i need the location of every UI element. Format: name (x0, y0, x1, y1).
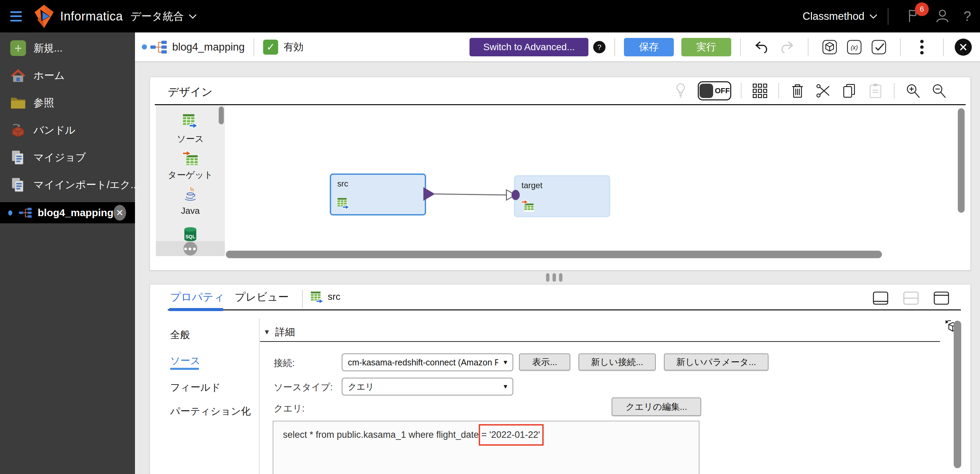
sidebar-open-tab-blog4-mapping[interactable]: blog4_mapping ✕ (0, 202, 135, 224)
plus-icon: + (10, 40, 26, 56)
panel-layout-split-icon[interactable] (903, 291, 919, 306)
notifications-button[interactable]: 6 (908, 8, 921, 25)
advanced-help-badge[interactable]: ? (593, 41, 606, 53)
scissors-icon (816, 83, 831, 99)
close-asset-button[interactable] (955, 39, 972, 55)
canvas-horizontal-scrollbar[interactable] (226, 250, 882, 258)
query-label: クエリ: (274, 402, 304, 415)
properties-scrollbar[interactable] (954, 321, 961, 468)
divider (302, 290, 303, 308)
connector-link[interactable] (150, 77, 970, 270)
source-type-select[interactable]: クエリ ▼ (342, 378, 513, 395)
props-menu-partitioning[interactable]: パーティション化 (170, 405, 251, 419)
panel-layout-top-icon[interactable] (933, 291, 950, 306)
sidebar-item-my-import-export[interactable]: マイインポート/エク... (0, 173, 135, 197)
tab-preview[interactable]: プレビュー (235, 290, 289, 304)
palette-item-source[interactable]: ソース (156, 111, 225, 147)
props-menu-fields[interactable]: フィールド (170, 381, 221, 395)
user-button[interactable] (935, 8, 950, 25)
connection-select[interactable]: cm-kasama-redshift-connect (Amazon Re...… (342, 354, 513, 371)
hamburger-menu-icon[interactable] (10, 11, 22, 22)
clipboard-paste-icon (869, 83, 882, 99)
close-tab-button[interactable]: ✕ (113, 205, 126, 220)
documents-icon (10, 177, 26, 193)
more-transformations-button[interactable]: ●●● (183, 242, 197, 255)
unsaved-dot-icon (142, 44, 147, 49)
design-divider-line (155, 104, 966, 105)
divider (740, 38, 741, 56)
query-highlight-wrap: = '2022-01-22' (482, 430, 540, 440)
divider (778, 83, 779, 99)
palette-scrollbar[interactable] (219, 106, 224, 124)
panel-splitter-handle[interactable] (546, 273, 562, 282)
section-divider-line (260, 341, 940, 342)
data-preview-button[interactable] (822, 39, 837, 55)
collapse-caret-icon[interactable]: ▼ (264, 328, 270, 336)
zoom-out-button[interactable] (931, 82, 947, 99)
more-actions-button[interactable] (914, 39, 930, 55)
java-icon (182, 187, 199, 203)
props-menu-general[interactable]: 全般 (170, 328, 190, 342)
cube-box-icon (822, 39, 837, 55)
trash-icon (791, 83, 804, 99)
undo-button[interactable] (754, 39, 770, 55)
props-menu-source[interactable]: ソース (170, 354, 200, 368)
copy-button[interactable] (841, 82, 858, 99)
close-icon (959, 43, 967, 51)
validate-button[interactable] (871, 39, 887, 55)
tab-properties[interactable]: プロパティ (170, 290, 224, 304)
chevron-down-icon[interactable] (189, 14, 197, 19)
mapping-icon (19, 206, 32, 220)
zoom-in-button[interactable] (905, 82, 921, 99)
valid-checkbox[interactable]: ✓ (263, 40, 278, 55)
chevron-down-icon[interactable] (869, 14, 878, 19)
person-icon (935, 8, 950, 23)
recommendations-toggle[interactable]: OFF (698, 81, 731, 100)
left-sidebar: + 新規... ホーム 参照 バンドル マイジョブ マイインポート/エク... (0, 32, 135, 474)
redo-button[interactable] (779, 39, 794, 55)
sidebar-item-my-jobs[interactable]: マイジョブ (0, 145, 135, 170)
canvas-node-src[interactable]: src (330, 173, 426, 216)
suggestions-bulb-button[interactable] (673, 82, 689, 99)
view-connection-button[interactable]: 表示... (519, 354, 570, 371)
run-button[interactable]: 実行 (681, 38, 731, 56)
copy-icon (842, 83, 857, 99)
canvas-vertical-scrollbar[interactable] (958, 108, 965, 213)
switch-to-advanced-button[interactable]: Switch to Advanced... (469, 38, 589, 56)
service-switcher[interactable]: データ統合 (130, 9, 184, 24)
layout-grid-button[interactable] (752, 82, 768, 99)
delete-button[interactable] (789, 82, 806, 99)
panel-layout-bottom-icon[interactable] (872, 291, 889, 306)
undo-icon (755, 41, 769, 54)
expression-button[interactable]: (x) (846, 39, 862, 55)
app-root: Informatica データ統合 Classmethod 6 ? blo (0, 0, 980, 474)
kebab-menu-icon (920, 39, 924, 55)
edit-query-button[interactable]: クエリの編集... (612, 398, 701, 416)
palette-item-target[interactable]: ターゲット (156, 147, 225, 183)
canvas-node-target[interactable]: target (514, 175, 610, 217)
redo-icon (780, 41, 794, 54)
cut-button[interactable] (815, 82, 832, 99)
sidebar-item-new[interactable]: + 新規... (0, 36, 135, 60)
palette-item-java[interactable]: Java (156, 183, 225, 219)
query-text-area[interactable]: select * from public.kasama_1 where flig… (273, 421, 700, 474)
unsaved-dot-icon (8, 210, 12, 216)
bundle-box-icon (10, 122, 26, 138)
sidebar-item-explore[interactable]: 参照 (0, 90, 135, 115)
dropdown-arrow-icon: ▼ (502, 383, 509, 390)
query-highlight-text: = '2022-01-22' (482, 430, 540, 440)
new-parameter-button[interactable]: 新しいパラメータ... (664, 354, 768, 371)
mapping-title: blog4_mapping (172, 41, 245, 53)
divider (253, 38, 254, 56)
sidebar-item-home[interactable]: ホーム (0, 63, 135, 88)
help-icon[interactable]: ? (964, 8, 971, 24)
lightbulb-icon (675, 82, 686, 99)
divider (943, 38, 944, 56)
open-tab-label: blog4_mapping (38, 207, 113, 219)
new-connection-button[interactable]: 新しい接続... (579, 354, 656, 371)
paste-button[interactable] (867, 82, 884, 99)
save-button[interactable]: 保存 (624, 38, 674, 56)
source-icon (337, 197, 350, 211)
sidebar-item-bundles[interactable]: バンドル (0, 118, 135, 143)
org-switcher[interactable]: Classmethod (803, 10, 864, 22)
